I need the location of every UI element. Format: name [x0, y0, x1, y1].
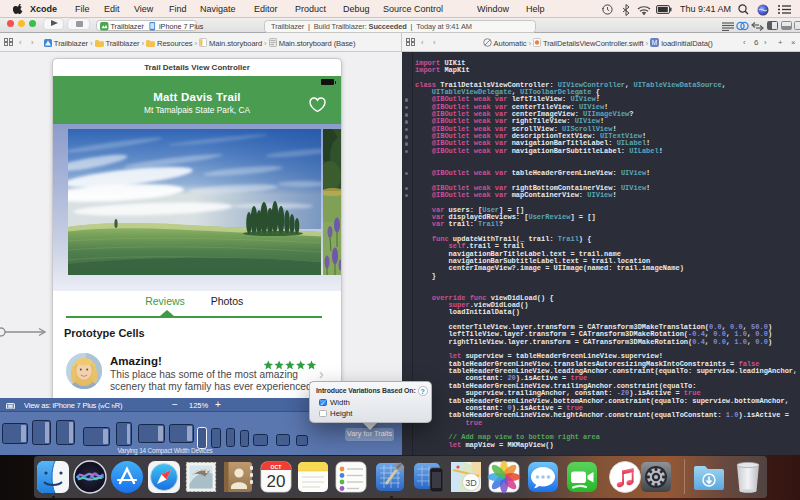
svg-text:20: 20 [267, 472, 286, 491]
svg-text:M: M [652, 39, 657, 46]
svg-text:3D: 3D [465, 478, 477, 488]
svg-text:OCT: OCT [271, 464, 283, 470]
